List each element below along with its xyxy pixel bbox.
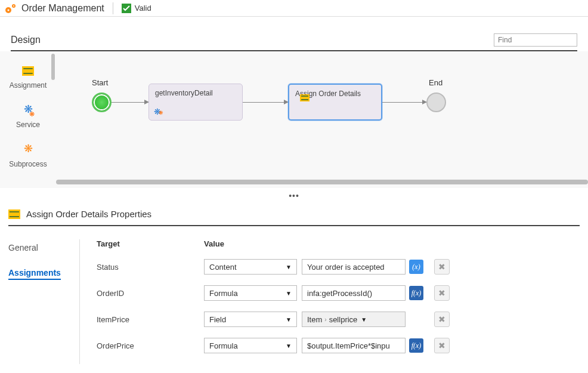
delete-button[interactable]: ✖ bbox=[434, 259, 450, 275]
assignment-row: OrderID Formula ▼ infa:getProcessId() f(… bbox=[97, 285, 588, 301]
chevron-down-icon: ▼ bbox=[361, 316, 367, 323]
tab-general[interactable]: General bbox=[8, 239, 79, 264]
subprocess-icon: ❋ bbox=[24, 143, 33, 155]
delete-button[interactable]: ✖ bbox=[434, 312, 450, 327]
assignment-icon bbox=[300, 94, 310, 101]
value-input[interactable]: $output.ItemPrice*$inpu bbox=[302, 338, 406, 353]
properties-tabs: General Assignments bbox=[8, 239, 80, 364]
chevron-down-icon: ▼ bbox=[286, 316, 292, 323]
palette-assignment[interactable]: Assignment bbox=[0, 64, 56, 90]
close-icon: ✖ bbox=[438, 315, 445, 323]
properties-body: General Assignments Target Value Status … bbox=[0, 226, 588, 370]
page-title: Order Management bbox=[21, 3, 104, 14]
assignments-form: Target Value Status Content ▼ Your order… bbox=[80, 239, 588, 364]
svg-point-1 bbox=[8, 9, 10, 11]
end-node[interactable]: End bbox=[426, 93, 446, 112]
target-name: ItemPrice bbox=[97, 315, 204, 324]
col-target-header: Target bbox=[97, 239, 204, 248]
page-icon bbox=[5, 3, 18, 14]
svg-point-3 bbox=[13, 5, 14, 7]
close-icon: ✖ bbox=[438, 289, 445, 297]
canvas-scrollbar[interactable] bbox=[56, 180, 588, 184]
canvas-area: Assignment ❋ ❋ Service ❋ Subprocess Star… bbox=[0, 51, 588, 189]
chevron-down-icon: ▼ bbox=[286, 343, 292, 349]
assignment-row: ItemPrice Field ▼ Item › sellprice ▼ ✖ bbox=[97, 312, 588, 327]
validation-status: Valid bbox=[122, 4, 151, 13]
step-assign-order-details[interactable]: Assign Order Details bbox=[288, 84, 382, 121]
flow-canvas[interactable]: Start getInventoryDetail ❋❋ Assign Order… bbox=[56, 51, 588, 188]
chevron-down-icon: ▼ bbox=[286, 290, 292, 297]
type-select[interactable]: Content ▼ bbox=[204, 259, 297, 275]
gear-small-icon: ❋ bbox=[29, 110, 35, 118]
find-input[interactable] bbox=[494, 33, 577, 47]
target-name: OrderPrice bbox=[97, 341, 204, 350]
assignment-row: OrderPrice Formula ▼ $output.ItemPrice*$… bbox=[97, 338, 588, 353]
palette-scrollbar[interactable] bbox=[51, 54, 55, 80]
end-circle-icon bbox=[426, 93, 446, 112]
palette: Assignment ❋ ❋ Service ❋ Subprocess bbox=[0, 51, 56, 188]
close-icon: ✖ bbox=[438, 263, 445, 271]
assignment-icon bbox=[8, 209, 20, 219]
design-toolbar: Design bbox=[0, 33, 588, 47]
assignment-row: Status Content ▼ Your order is accepted … bbox=[97, 259, 588, 275]
service-icon: ❋❋ bbox=[154, 107, 163, 116]
start-circle-icon bbox=[92, 93, 112, 112]
field-picker[interactable]: Item › sellprice ▼ bbox=[302, 312, 406, 327]
palette-subprocess[interactable]: ❋ Subprocess bbox=[0, 143, 56, 168]
app-header: Order Management Valid bbox=[0, 0, 588, 17]
resize-handle[interactable]: ••• bbox=[0, 189, 588, 204]
target-name: Status bbox=[97, 263, 204, 272]
step-get-inventory[interactable]: getInventoryDetail ❋❋ bbox=[148, 84, 243, 121]
formula-button[interactable]: f(x) bbox=[409, 286, 423, 300]
formula-button[interactable]: f(x) bbox=[409, 338, 423, 353]
target-name: OrderID bbox=[97, 289, 204, 298]
assignment-icon bbox=[22, 66, 34, 76]
arrow-icon bbox=[243, 102, 288, 103]
properties-header: Assign Order Details Properties bbox=[0, 204, 588, 221]
col-value-header: Value bbox=[204, 239, 588, 248]
start-node[interactable]: Start bbox=[92, 93, 112, 112]
chevron-right-icon: › bbox=[324, 316, 326, 323]
type-select[interactable]: Formula ▼ bbox=[204, 285, 297, 301]
check-icon bbox=[122, 4, 131, 13]
value-input[interactable]: Your order is accepted bbox=[302, 259, 406, 275]
type-select[interactable]: Formula ▼ bbox=[204, 338, 297, 353]
arrow-icon bbox=[112, 102, 148, 103]
properties-title: Assign Order Details Properties bbox=[26, 209, 151, 219]
close-icon: ✖ bbox=[438, 341, 445, 350]
arrow-icon bbox=[382, 102, 426, 103]
tab-assignments[interactable]: Assignments bbox=[8, 264, 61, 280]
value-input[interactable]: infa:getProcessId() bbox=[302, 285, 406, 301]
expression-button[interactable]: (x) bbox=[409, 260, 423, 274]
separator bbox=[113, 2, 113, 14]
delete-button[interactable]: ✖ bbox=[434, 338, 450, 353]
chevron-down-icon: ▼ bbox=[286, 264, 292, 270]
design-label: Design bbox=[11, 35, 41, 45]
type-select[interactable]: Field ▼ bbox=[204, 312, 297, 327]
palette-service[interactable]: ❋ ❋ Service bbox=[0, 104, 56, 129]
status-text: Valid bbox=[135, 4, 151, 13]
delete-button[interactable]: ✖ bbox=[434, 285, 450, 301]
